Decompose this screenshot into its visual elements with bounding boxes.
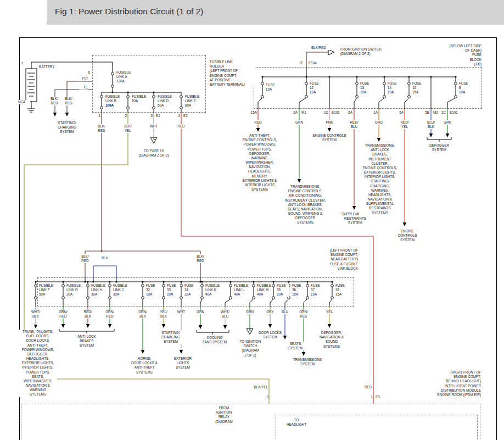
fuse-label-link-h: FUSIBLE LINK H30A — [91, 283, 108, 297]
jb-pin-1a: 1A — [370, 110, 378, 115]
holder-pin-6: 6 — [79, 70, 90, 75]
jb-location-note: (BELOW LEFT SIDE OF DASH) FUSE BLOCK (J/… — [433, 44, 481, 66]
wire-label-grnblk: GRN/ BLK — [136, 310, 150, 319]
battery-label: BATTERY — [39, 65, 61, 69]
ipdm-conn-e3: E3 — [376, 395, 383, 399]
jb-pin-2c: 2C — [438, 110, 446, 115]
system-label-cooling-fans: COOLING FANS SYSTEM — [199, 336, 231, 344]
system-label-abs: ANTI-LOCK BRAKES SYSTEM — [72, 335, 101, 348]
fuse-label-36: FUSE 3615A — [292, 283, 304, 297]
wire-label-yel: YEL — [323, 310, 336, 314]
jb-conn-m1: M1 — [301, 110, 310, 115]
ipdm-location-note: (RIGHT FRONT OF ENGINE COMPT, BEHIND HEA… — [435, 370, 481, 397]
wire-label-redyel: RED/ YEL — [397, 120, 412, 129]
fuse-label-link-f: FUSIBLE LINK F50A — [39, 283, 55, 297]
system-label-antitheft: ANTI-THEFT, ENGINE CONTROLS, POWER WINDO… — [239, 133, 281, 192]
system-label-defogger-1: DEFOGGER SYSTEM — [424, 143, 455, 152]
wire-label-pnk: PNK — [323, 120, 336, 125]
wire-label-grnred-3: GRN/ RED — [296, 310, 311, 319]
jb-conn-e101-a: E101 — [332, 110, 344, 115]
fuse-label-link-j: FUSIBLE LINK J30A — [113, 283, 130, 297]
wire-label-blu: BLU — [278, 310, 292, 314]
mid-feed-junction-dot — [100, 250, 102, 252]
wire-label-red-3: RED — [362, 385, 372, 389]
fuse-label-link-c: FUSIBLE80A — [132, 94, 149, 103]
wire-label-blublk: BLU/ BLK — [424, 120, 438, 129]
jb-conn-e104: E104 — [309, 61, 322, 65]
wire-label-redblk: RED/ BLK — [81, 310, 95, 319]
fuse-label-jb-15: FUSE 1515A — [412, 81, 427, 95]
fuse-label-37: FUSE 3710A — [311, 283, 323, 297]
holder-pin-1: 1 — [94, 114, 100, 118]
system-label-engine-controls-1: ENGINE CONTROLS SYSTEM — [312, 133, 347, 142]
system-label-trunk: TRUNK, TAILGATE, FUEL DOORS, DOOR LOCKS,… — [19, 330, 57, 397]
jb-pin-15a: 15A — [246, 110, 257, 115]
fuse-label-link-d: FUSIBLE LINK D60A — [158, 94, 175, 108]
fuse-label-33: FUSE 3310A — [167, 283, 180, 297]
jb-pin-1f: 1F — [296, 61, 303, 65]
system-label-horns: HORNS, DOOR LOCKS & ANTI-THEFT SYSTEMS — [127, 357, 162, 375]
wire-label-blkyel-1: BLK/ YEL — [121, 124, 135, 133]
fuse-label-38: FUSE 3815A — [335, 283, 349, 297]
jb-pin-5b: 5B — [422, 110, 429, 115]
ipdm-pin-2: 2 — [264, 395, 268, 399]
system-label-seats: SEATS SYSTEM — [284, 342, 307, 350]
fuse-label-link-m: FUSIBLE LINK M40A — [257, 283, 272, 297]
system-label-starting-charging-2: STARTING/ CHARGING SYSTEM — [156, 331, 185, 344]
wire-label-whtblu: WHT/ BLU — [218, 310, 232, 319]
fuse-label-link-b: FUSIBLE LINK B100A — [105, 94, 123, 108]
wire-label-grnred-2: GRN/ RED — [103, 310, 117, 319]
from-ignition-relay-label: FROM IGNITION RELAY (DIAGRAM — [210, 406, 238, 424]
to-headlight-label: TO HEADLIGHT — [282, 418, 311, 427]
system-label-to-ignition-switch: TO IGNITION SWITCH (DIAGRAM 2 OF 2) — [238, 339, 263, 358]
system-label-transmissions-2: TRANSMISSIONS, ANTI-LOCK BRAKES, INSTRUM… — [359, 143, 401, 215]
system-label-starting-charging: STARTING/ CHARGING SYSTEM — [51, 121, 83, 135]
wire-label-blkred-5: BLK/ RED — [193, 254, 208, 263]
wire-label-grn-3: GRN — [194, 310, 207, 314]
wire-label-blu-bridge: BLU — [99, 256, 111, 260]
fuse-label-35: FUSE 3510A — [277, 283, 289, 297]
holder-pin-4: 4 — [174, 114, 180, 118]
fuse-label-jb-1: FUSE10A — [266, 83, 280, 92]
jb-pin-2a: 2A — [290, 110, 298, 115]
mid-feed-wires — [85, 251, 200, 277]
fuse-label-jb-8: FUSE 810A — [459, 81, 473, 95]
jb-conn-e101-b: E101 — [450, 110, 462, 115]
fuse-label-jb-12: FUSE 1210A — [310, 81, 324, 95]
wire-label-grn-1: GRN — [293, 120, 306, 125]
wire-label-wht-2: WHT — [175, 310, 188, 314]
system-label-transmissions-3: TRANSMISSIONS SYSTEM — [289, 358, 326, 366]
fuse-label-jb-14: FUSE 1410A — [388, 81, 402, 95]
wire-label-blkred-1: BLK/ RED — [47, 97, 61, 105]
fuse-label-34: FUSE 3430A — [184, 283, 198, 297]
system-label-engine-controls-2: ENGINE CONTROLS SYSTEM — [393, 229, 422, 243]
battery-nca-label: NCA — [18, 100, 30, 104]
wire-label-blkyel-2: BLK/YEL — [249, 385, 268, 389]
holder-pin-2: 2 — [121, 114, 127, 118]
fuse-label-link-l: FUSIBLE LINK L40A — [234, 283, 250, 297]
to-fuse-19-label: TO FUSE 19 (DIAGRAM 2 OF 2) — [136, 149, 172, 158]
holder-pin-f1: F1 — [79, 85, 88, 90]
holder-conn-e2: E2 — [183, 114, 192, 118]
jb-fuse-terminals — [261, 82, 457, 98]
wire-label-org: ORG — [372, 120, 385, 125]
fuse-label-link-k: FUSIBLE LINK K40A — [205, 283, 222, 297]
wire-label-yelblk: YEL/ BLK — [156, 310, 171, 319]
fuse-label-link-e: FUSIBLE LINK E80A — [185, 94, 203, 108]
wire-label-whtblk: WHT/ BLK — [29, 310, 43, 319]
wire-label-grnred-1: GRN/ RED — [56, 310, 70, 319]
wire-label-wht-1: WHT — [147, 124, 160, 129]
fuse-label-32: FUSE 3210A — [146, 283, 159, 297]
mid-block-location-note: (LEFT FRONT OF ENGINE COMPT, NEAR BATTER… — [321, 248, 358, 271]
wire-label-blkred-4: BLK/ RED — [78, 254, 92, 263]
jb-pin-5a: 5A — [396, 110, 404, 115]
triangle-connector-a-letter: A — [150, 137, 157, 141]
wire-label-blkred-top: BLK/RED — [311, 46, 331, 50]
wire-label-grn-2: GRN — [441, 120, 454, 125]
fuse-label-link-g: FUSIBLE LINK G30A — [66, 283, 83, 297]
battery-plus-sign: + — [21, 60, 26, 66]
ipdm-pin-1: 1 — [368, 395, 373, 399]
system-label-door-locks: DOOR LOCKS SYSTEM — [257, 331, 283, 339]
wire-label-redblu: RED/ BLU — [347, 120, 361, 129]
system-label-exterior-lights: EXTERIOR LIGHTS SYSTEM — [170, 357, 196, 370]
